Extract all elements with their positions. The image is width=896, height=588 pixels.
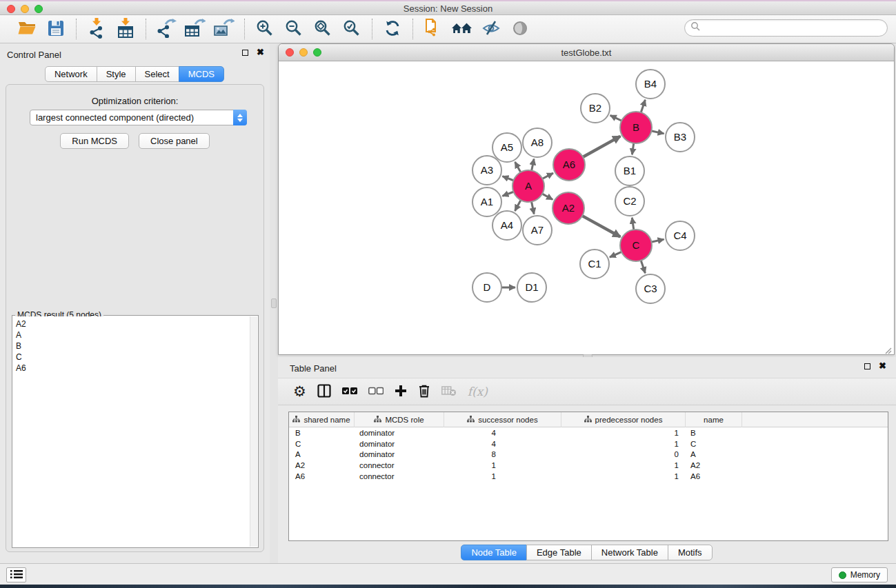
node-C1[interactable]: C1 [580,250,609,278]
table-cell[interactable]: A2 [289,461,355,469]
node-C2[interactable]: C2 [615,187,644,216]
edge-B-B2[interactable] [610,115,623,121]
resize-grip-icon[interactable] [884,345,892,353]
table-cell[interactable]: 4 [444,429,561,437]
zoom-in-button[interactable] [253,18,277,40]
save-session-button[interactable] [44,18,68,40]
table-cell[interactable]: C [289,440,355,448]
edge-C-C3[interactable] [641,259,646,273]
tab-mcds[interactable]: MCDS [179,66,224,82]
table-cell[interactable]: 0 [561,450,686,458]
table-row[interactable]: A2connector11A2 [289,460,888,471]
zoom-selected-button[interactable] [340,18,364,40]
node-A7[interactable]: A7 [523,216,552,245]
function-builder-button[interactable]: f(x) [468,381,488,402]
node-A8[interactable]: A8 [523,128,552,157]
open-session-button[interactable] [15,18,39,40]
node-D[interactable]: D [472,273,501,302]
clone-network-button[interactable] [421,18,445,40]
close-panel-icon[interactable]: ✖ [257,49,264,56]
node-B3[interactable]: B3 [666,123,695,152]
table-cell[interactable]: A6 [686,472,742,480]
table-cell[interactable]: 4 [444,440,561,448]
table-cell[interactable]: B [686,429,742,437]
node-B2[interactable]: B2 [581,94,610,123]
table-cell[interactable]: A2 [686,461,742,469]
select-all-button[interactable] [342,381,357,402]
export-table-button[interactable] [183,18,207,40]
zoom-out-button[interactable] [282,18,306,40]
tab-motifs[interactable]: Motifs [668,545,713,560]
table-cell[interactable]: 1 [561,472,686,480]
table-row[interactable]: A6connector11A6 [289,471,888,482]
hide-details-button[interactable] [479,18,503,40]
criterion-dropdown[interactable]: largest connected component (directed) [30,110,247,125]
tab-select[interactable]: Select [135,66,179,82]
close-panel-button[interactable]: Close panel [139,133,210,149]
edge-C-C4[interactable] [650,239,664,242]
task-history-button[interactable] [6,567,26,582]
network-canvas[interactable]: A5A8A6A3AA1A4A7B4B2BB3B1C2A2C4CC1C3DD1 [279,61,893,354]
edge-B-B3[interactable] [650,130,664,133]
table-row[interactable]: Adominator80A [289,449,888,460]
node-B1[interactable]: B1 [615,156,644,185]
float-panel-icon[interactable] [242,50,248,56]
tab-network-table[interactable]: Network Table [591,545,668,560]
table-cell[interactable]: A6 [289,472,355,480]
tab-edge-table[interactable]: Edge Table [526,545,592,560]
table-cell[interactable]: 1 [561,440,686,448]
add-column-button[interactable] [395,381,407,402]
mcds-result-list[interactable]: A2ABCA6 [13,316,250,547]
table-cell[interactable]: 1 [561,461,686,469]
table-float-icon[interactable] [864,363,870,369]
table-row[interactable]: Cdominator41C [289,438,888,449]
table-close-icon[interactable]: ✖ [879,363,886,369]
result-item[interactable]: C [16,352,250,363]
column-header-successor-nodes[interactable]: successor nodes [444,412,561,427]
edge-C-C1[interactable] [610,252,623,258]
column-chooser-button[interactable] [317,381,331,402]
table-cell[interactable]: 1 [561,429,686,437]
result-item[interactable]: A2 [16,318,250,330]
search-field[interactable] [684,19,888,37]
memory-button[interactable]: Memory [831,567,888,582]
table-settings-button[interactable]: ⚙ [293,381,306,402]
table-cell[interactable]: 1 [444,472,561,480]
node-C[interactable]: C [620,230,652,261]
table-cell[interactable]: A [686,450,742,458]
result-item[interactable]: A [16,330,250,341]
table-cell[interactable]: dominator [355,450,444,458]
table-cell[interactable]: 1 [444,461,561,469]
node-table[interactable]: shared nameMCDS rolesuccessor nodesprede… [288,412,888,541]
delete-row-button[interactable] [418,381,430,402]
edge-B-B4[interactable] [641,100,646,114]
node-C3[interactable]: C3 [636,274,665,303]
node-A2[interactable]: A2 [552,192,584,224]
edge-A-A7[interactable] [531,201,534,214]
search-input[interactable] [701,23,887,33]
edge-A2-C[interactable] [581,215,620,236]
column-header-MCDS-role[interactable]: MCDS role [355,412,444,427]
node-B[interactable]: B [620,112,652,143]
table-cell[interactable]: connector [355,461,444,469]
delete-column-button[interactable] [441,381,457,402]
node-A5[interactable]: A5 [492,133,521,162]
export-network-button[interactable] [155,18,178,40]
network-window-titlebar[interactable]: testGlobe.txt [279,44,894,61]
run-mcds-button[interactable]: Run MCDS [60,133,129,149]
table-cell[interactable]: dominator [355,429,444,437]
export-image-button[interactable] [212,18,236,40]
node-D1[interactable]: D1 [517,273,546,302]
result-item[interactable]: B [16,341,250,352]
node-A4[interactable]: A4 [492,211,521,240]
table-row[interactable]: Bdominator41B [289,427,888,438]
tab-network[interactable]: Network [45,66,97,82]
splitter-handle[interactable] [271,298,277,308]
column-header-shared-name[interactable]: shared name [289,412,355,427]
import-table-button[interactable] [114,18,137,40]
import-network-button[interactable] [85,18,108,40]
node-B4[interactable]: B4 [636,70,665,99]
node-C4[interactable]: C4 [666,221,695,250]
refresh-network-button[interactable] [381,18,404,40]
zoom-fit-button[interactable] [311,18,335,40]
